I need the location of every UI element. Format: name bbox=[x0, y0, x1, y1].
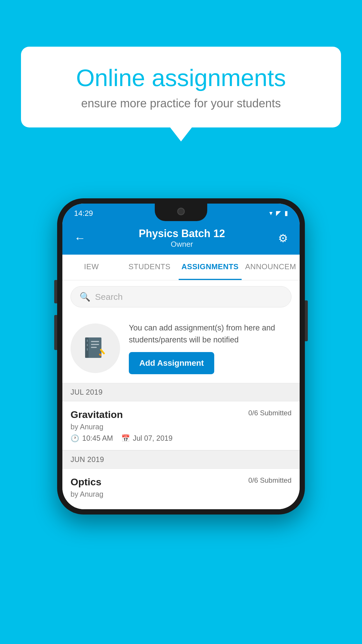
speech-bubble-title: Online assignments bbox=[41, 64, 321, 92]
tab-assignments[interactable]: ASSIGNMENTS bbox=[179, 255, 242, 280]
notebook-icon bbox=[82, 335, 108, 361]
svg-rect-6 bbox=[91, 344, 99, 345]
tab-announcements[interactable]: ANNOUNCEM bbox=[242, 255, 300, 280]
signal-icon: ◤ bbox=[276, 209, 281, 217]
assignment-details: 🕐 10:45 AM 📅 Jul 07, 2019 bbox=[71, 434, 291, 442]
tab-iew[interactable]: IEW bbox=[62, 255, 120, 280]
info-description: You can add assignment(s) from here and … bbox=[129, 322, 291, 346]
phone-notch bbox=[155, 204, 207, 221]
assignment-by: by Anurag bbox=[71, 423, 291, 431]
wifi-icon: ▾ bbox=[269, 209, 273, 217]
search-bar[interactable]: 🔍 Search bbox=[71, 286, 291, 307]
calendar-icon: 📅 bbox=[121, 434, 130, 442]
assignment-time: 🕐 10:45 AM bbox=[71, 434, 113, 442]
search-icon: 🔍 bbox=[80, 292, 90, 302]
speech-bubble: Online assignments ensure more practice … bbox=[21, 47, 341, 127]
search-placeholder: Search bbox=[95, 292, 123, 302]
status-time: 14:29 bbox=[74, 209, 93, 218]
app-bar-subtitle: Owner bbox=[139, 240, 225, 249]
clock-icon: 🕐 bbox=[71, 434, 79, 442]
battery-icon: ▮ bbox=[284, 209, 288, 217]
phone-wrapper: 14:29 ▾ ◤ ▮ ← Physics Batch 12 Owner ⚙ I… bbox=[57, 198, 305, 514]
svg-rect-4 bbox=[87, 348, 88, 351]
svg-rect-7 bbox=[91, 347, 97, 348]
add-assignment-button[interactable]: Add Assignment bbox=[129, 352, 214, 374]
app-bar-title-container: Physics Batch 12 Owner bbox=[139, 228, 225, 249]
assignment-submitted: 0/6 Submitted bbox=[248, 409, 291, 417]
phone-button-right bbox=[305, 300, 308, 341]
speech-bubble-subtitle: ensure more practice for your students bbox=[41, 97, 321, 110]
assignment-title: Gravitation bbox=[71, 409, 123, 420]
phone-screen: 14:29 ▾ ◤ ▮ ← Physics Batch 12 Owner ⚙ I… bbox=[62, 204, 300, 509]
back-button[interactable]: ← bbox=[74, 232, 86, 245]
info-card: You can add assignment(s) from here and … bbox=[62, 313, 300, 383]
speech-bubble-container: Online assignments ensure more practice … bbox=[21, 47, 341, 127]
search-container: 🔍 Search bbox=[62, 280, 300, 313]
assignment-header-2: Optics 0/6 Submitted bbox=[71, 476, 291, 488]
settings-button[interactable]: ⚙ bbox=[278, 232, 288, 245]
info-text-container: You can add assignment(s) from here and … bbox=[129, 322, 291, 374]
svg-rect-2 bbox=[87, 340, 88, 342]
section-jun-label: JUN 2019 bbox=[71, 455, 104, 463]
table-row[interactable]: Optics 0/6 Submitted by Anurag bbox=[62, 469, 300, 509]
app-bar: ← Physics Batch 12 Owner ⚙ bbox=[62, 222, 300, 255]
assignment-title-2: Optics bbox=[71, 476, 101, 488]
section-jul-2019: JUL 2019 bbox=[62, 383, 300, 401]
phone-frame: 14:29 ▾ ◤ ▮ ← Physics Batch 12 Owner ⚙ I… bbox=[57, 198, 305, 514]
assignment-submitted-2: 0/6 Submitted bbox=[248, 476, 291, 484]
assignment-date: 📅 Jul 07, 2019 bbox=[121, 434, 173, 442]
phone-button-left2 bbox=[54, 315, 57, 350]
date-value: Jul 07, 2019 bbox=[133, 434, 173, 442]
time-value: 10:45 AM bbox=[82, 434, 113, 442]
status-icons: ▾ ◤ ▮ bbox=[269, 209, 288, 217]
section-jun-2019: JUN 2019 bbox=[62, 450, 300, 469]
section-jul-label: JUL 2019 bbox=[71, 388, 103, 396]
assignment-header: Gravitation 0/6 Submitted bbox=[71, 409, 291, 420]
info-icon-circle bbox=[71, 323, 120, 373]
table-row[interactable]: Gravitation 0/6 Submitted by Anurag 🕐 10… bbox=[62, 401, 300, 450]
assignment-by-2: by Anurag bbox=[71, 490, 291, 498]
svg-rect-5 bbox=[91, 341, 99, 342]
tab-students[interactable]: STUDENTS bbox=[120, 255, 178, 280]
phone-camera bbox=[177, 208, 185, 215]
svg-rect-3 bbox=[87, 344, 88, 346]
phone-button-left bbox=[54, 280, 57, 303]
app-bar-title: Physics Batch 12 bbox=[139, 228, 225, 240]
tabs-container: IEW STUDENTS ASSIGNMENTS ANNOUNCEM bbox=[62, 255, 300, 280]
